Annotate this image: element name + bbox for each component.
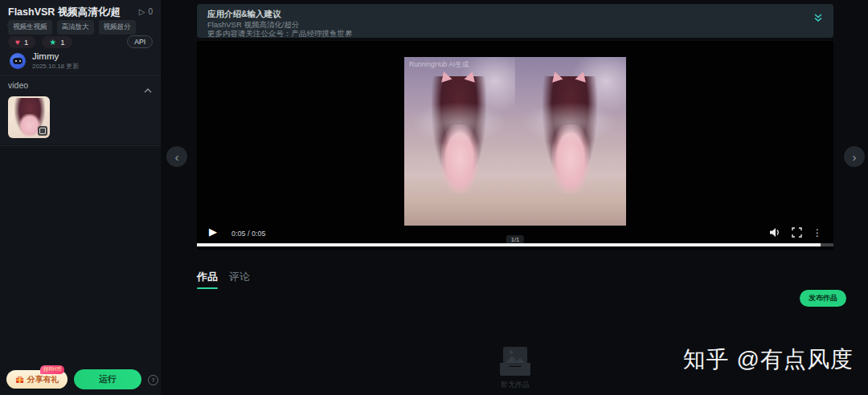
sidebar: FlashVSR 视频高清化/超分 ▷ 0 视频生视频 高清放大 视频超分 ♥ … xyxy=(0,0,161,395)
help-icon[interactable]: ? xyxy=(148,375,158,385)
author-name: Jimmy xyxy=(32,51,79,62)
kebab-menu-icon[interactable]: ⋮ xyxy=(813,228,822,238)
tab-works[interactable]: 作品 xyxy=(197,270,218,289)
video-frame[interactable]: RunningHub AI生成 xyxy=(404,57,626,226)
like-count: 1 xyxy=(24,38,28,47)
collapse-chevron-up-icon[interactable] xyxy=(144,82,152,96)
heart-icon: ♥ xyxy=(15,38,20,47)
video-section-label: video xyxy=(8,80,28,90)
play-outline-icon: ▷ xyxy=(139,7,145,16)
run-count-value: 0 xyxy=(148,7,153,16)
empty-inbox-icon xyxy=(497,345,534,377)
empty-state: 暂无作品 xyxy=(478,345,552,390)
empty-state-label: 暂无作品 xyxy=(478,380,552,390)
play-button[interactable]: ▶ xyxy=(209,226,217,237)
run-button-label: 运行 xyxy=(99,373,117,385)
progress-bar[interactable] xyxy=(197,243,833,246)
description-title: 应用介绍&输入建议 xyxy=(207,9,281,20)
video-watermark: RunningHub AI生成 xyxy=(409,60,469,70)
tab-comments[interactable]: 评论 xyxy=(229,270,250,289)
tag-chip[interactable]: 高清放大 xyxy=(57,20,94,35)
tag-list: 视频生视频 高清放大 视频超分 xyxy=(8,20,136,35)
player-controls-right: ⋮ xyxy=(769,227,822,238)
share-button-label: 分享有礼 xyxy=(27,374,59,385)
progress-fill xyxy=(197,243,821,246)
prev-arrow-button[interactable]: ‹ xyxy=(166,146,187,167)
video-player[interactable]: RunningHub AI生成 ▶ 0:05 / 0:05 ⋮ xyxy=(197,41,833,250)
fullscreen-icon[interactable] xyxy=(792,227,802,238)
description-line2: 更多内容请关注公众号：产品经理摸鱼世界 xyxy=(207,29,353,39)
expand-double-chevron-down-icon[interactable] xyxy=(813,11,823,26)
content-tabs: 作品 评论 xyxy=(197,270,250,289)
like-button[interactable]: ♥ 1 xyxy=(8,36,35,48)
share-reward-badge: 得RH币 xyxy=(40,365,64,374)
author-row[interactable]: Jimmy 2025.10.18 更新 xyxy=(10,51,79,71)
updated-date: 2025.10.18 更新 xyxy=(32,62,79,71)
avatar[interactable] xyxy=(10,53,26,69)
reaction-row: ♥ 1 ★ 1 API xyxy=(8,35,153,48)
tag-chip[interactable]: 视频生视频 xyxy=(8,20,52,35)
api-button[interactable]: API xyxy=(127,35,153,48)
app-window: FlashVSR 视频高清化/超分 ▷ 0 视频生视频 高清放大 视频超分 ♥ … xyxy=(0,0,868,395)
publish-work-button[interactable]: 发布作品 xyxy=(800,290,846,307)
favorite-button[interactable]: ★ 1 xyxy=(42,36,72,48)
video-file-badge-icon xyxy=(38,126,47,136)
tag-chip[interactable]: 视频超分 xyxy=(99,20,136,35)
divider xyxy=(0,145,161,146)
video-frame-right xyxy=(515,57,626,226)
time-display: 0:05 / 0:05 xyxy=(231,230,266,238)
run-count: ▷ 0 xyxy=(139,7,153,16)
app-description-box: 应用介绍&输入建议 FlashVSR 视频高清化/超分 更多内容请关注公众号：产… xyxy=(197,4,833,38)
favorite-count: 1 xyxy=(60,38,64,47)
divider xyxy=(0,75,161,75)
zhihu-watermark: 知乎 @有点风度 xyxy=(683,344,854,375)
video-frame-left xyxy=(404,57,515,226)
next-arrow-button[interactable]: › xyxy=(844,146,865,167)
run-button[interactable]: 运行 xyxy=(74,369,141,389)
robot-face-icon xyxy=(13,58,23,64)
gift-icon xyxy=(15,375,24,384)
star-icon: ★ xyxy=(49,38,56,47)
volume-icon[interactable] xyxy=(769,227,781,238)
input-video-thumbnail[interactable] xyxy=(8,96,50,138)
